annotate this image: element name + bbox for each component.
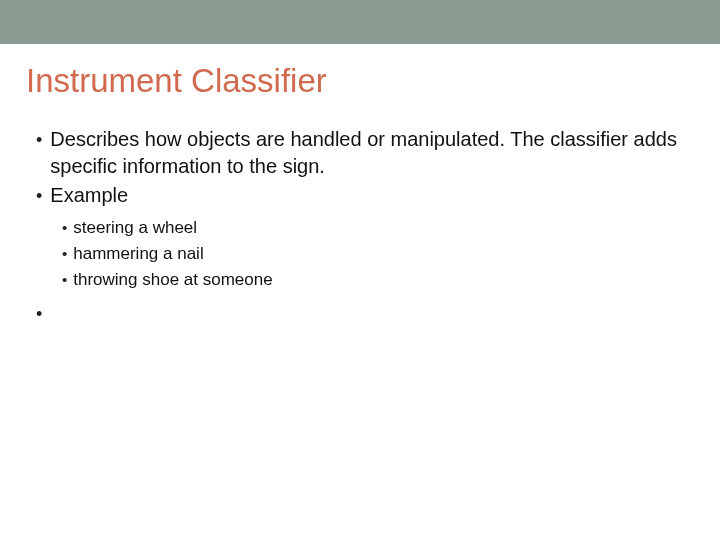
sub-bullet-list: • steering a wheel • hammering a nail • … [62, 216, 694, 292]
bullet-dot-icon: • [62, 216, 67, 240]
bullet-dot-icon: • [62, 242, 67, 266]
bullet-dot-icon: • [36, 304, 42, 324]
sub-bullet-text: throwing shoe at someone [73, 268, 272, 292]
bullet-item-empty: • [36, 304, 694, 324]
bullet-dot-icon: • [36, 126, 42, 154]
sub-bullet-item-1: • steering a wheel [62, 216, 694, 240]
slide-content: Instrument Classifier • Describes how ob… [0, 44, 720, 324]
sub-bullet-text: hammering a nail [73, 242, 203, 266]
bullet-item-2: • Example [36, 182, 694, 210]
sub-bullet-text: steering a wheel [73, 216, 197, 240]
top-color-band [0, 0, 720, 44]
bullet-dot-icon: • [36, 182, 42, 210]
slide-container: Instrument Classifier • Describes how ob… [0, 0, 720, 540]
bullet-text: Describes how objects are handled or man… [50, 126, 694, 180]
slide-title: Instrument Classifier [26, 62, 694, 100]
sub-bullet-item-2: • hammering a nail [62, 242, 694, 266]
bullet-dot-icon: • [62, 268, 67, 292]
bullet-item-1: • Describes how objects are handled or m… [36, 126, 694, 180]
sub-bullet-item-3: • throwing shoe at someone [62, 268, 694, 292]
bullet-text: Example [50, 182, 128, 209]
